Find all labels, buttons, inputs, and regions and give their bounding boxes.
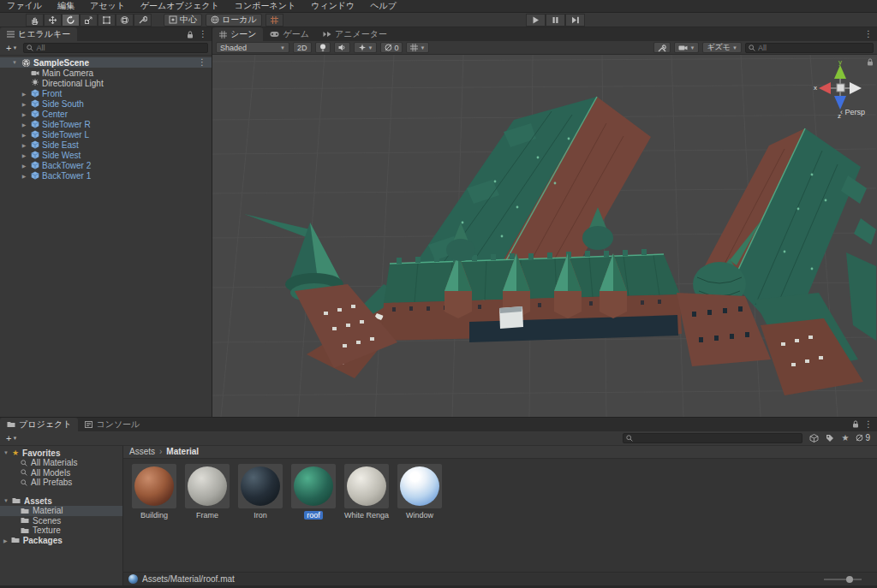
hierarchy-item-prefab[interactable]: ▶ BackTower 2 (0, 160, 212, 170)
asset-material-roof[interactable]: roof (289, 464, 337, 520)
expand-arrow-icon[interactable]: ▶ (20, 142, 28, 148)
collapse-arrow-icon[interactable]: ▼ (10, 60, 19, 65)
menu-file[interactable]: ファイル (7, 0, 42, 12)
project-search[interactable] (623, 433, 802, 443)
transform-tool-button[interactable] (116, 14, 134, 27)
scene-camera-dropdown[interactable]: ▼ (674, 42, 699, 53)
hierarchy-item-prefab[interactable]: ▶ SideTower L (0, 129, 212, 140)
create-button[interactable]: +▼ (3, 43, 20, 53)
tree-folder-material[interactable]: Material (0, 506, 122, 516)
panel-menu-icon[interactable]: ⋮ (864, 30, 873, 39)
scale-tool-button[interactable] (80, 14, 98, 27)
expand-arrow-icon[interactable]: ▶ (20, 132, 28, 138)
lock-icon[interactable] (867, 58, 874, 66)
thumbnail-size-slider[interactable] (824, 579, 862, 580)
hierarchy-item-prefab[interactable]: ▶ Center (0, 109, 212, 119)
hidden-objects-toggle[interactable]: 0 (380, 42, 403, 53)
tab-project[interactable]: プロジェクト (0, 418, 78, 431)
hierarchy-item[interactable]: Directional Light (0, 78, 212, 88)
package-icon[interactable] (809, 434, 819, 442)
tab-animator[interactable]: アニメーター (316, 27, 394, 41)
scene-audio-toggle[interactable] (334, 42, 350, 53)
axis-x-cone[interactable] (819, 82, 831, 94)
play-button[interactable] (526, 14, 546, 27)
menu-assets[interactable]: アセット (90, 0, 125, 12)
menu-window[interactable]: ウィンドウ (311, 0, 355, 12)
menu-help[interactable]: ヘルプ (370, 0, 397, 12)
tree-folder-texture[interactable]: Texture (0, 526, 122, 536)
step-button[interactable] (565, 14, 585, 27)
rotate-tool-button[interactable] (62, 14, 80, 27)
hierarchy-search-input[interactable] (36, 44, 205, 52)
shading-mode-dropdown[interactable]: Shaded▼ (216, 42, 289, 53)
gizmos-dropdown[interactable]: ギズモ▼ (702, 42, 742, 53)
hierarchy-item-prefab[interactable]: ▶ Side South (0, 98, 212, 109)
expand-arrow-icon[interactable]: ▶ (20, 91, 28, 97)
lock-icon[interactable] (187, 31, 194, 39)
expand-arrow-icon[interactable]: ▶ (20, 173, 28, 179)
hierarchy-item[interactable]: Main Camera (0, 68, 212, 78)
lock-icon[interactable] (852, 420, 859, 428)
project-search-input[interactable] (635, 434, 799, 442)
panel-menu-icon[interactable]: ⋮ (864, 420, 873, 429)
axis-y-cone[interactable] (834, 65, 846, 79)
tree-favorites[interactable]: ▼ ★ Favorites (0, 448, 122, 459)
toggle-2d-button[interactable]: 2D (293, 42, 312, 53)
hand-tool-button[interactable] (26, 14, 44, 27)
scene-options-icon[interactable]: ⋮ (198, 58, 206, 67)
asset-material-building[interactable]: Building (130, 464, 178, 520)
scene-search-input[interactable] (758, 44, 870, 52)
expand-arrow-icon[interactable]: ▶ (20, 152, 28, 158)
rect-tool-button[interactable] (98, 14, 116, 27)
axis-back-cone[interactable] (850, 82, 862, 94)
create-asset-button[interactable]: +▼ (3, 433, 20, 443)
asset-material-frame[interactable]: Frame (183, 464, 231, 520)
orientation-mode-button[interactable]: ローカル (206, 14, 262, 27)
projection-label[interactable]: ‹ Persp (840, 108, 865, 116)
menu-component[interactable]: コンポーネント (235, 0, 295, 12)
scene-lighting-toggle[interactable] (315, 42, 331, 53)
tree-assets[interactable]: ▼ Assets (0, 496, 122, 507)
axis-center-cube[interactable] (837, 84, 844, 92)
breadcrumb-root[interactable]: Assets (129, 447, 155, 456)
hierarchy-item-prefab[interactable]: ▶ Side West (0, 150, 212, 160)
expand-arrow-icon[interactable]: ▶ (20, 122, 28, 128)
asset-material-iron[interactable]: Iron (236, 464, 284, 520)
menu-gameobject[interactable]: ゲームオブジェクト (140, 0, 219, 12)
pivot-mode-button[interactable]: 中心 (164, 14, 202, 27)
expand-arrow-icon[interactable]: ▶ (20, 111, 28, 117)
custom-tool-button[interactable] (134, 14, 152, 27)
slider-knob[interactable] (846, 576, 853, 583)
grid-snap-button[interactable] (265, 14, 283, 27)
scene-search[interactable] (745, 43, 874, 53)
panel-menu-icon[interactable]: ⋮ (199, 30, 207, 39)
tab-game[interactable]: ゲーム (263, 27, 315, 41)
move-tool-button[interactable] (44, 14, 62, 27)
hidden-count-toggle[interactable]: 9 (856, 433, 870, 442)
tab-scene[interactable]: シーン (212, 27, 263, 41)
asset-material-white-renga[interactable]: White Renga (343, 464, 391, 520)
hierarchy-item-prefab[interactable]: ▶ BackTower 1 (0, 170, 212, 181)
scene-tool-settings-button[interactable] (653, 42, 671, 53)
hierarchy-search[interactable] (23, 43, 208, 53)
scene-effects-dropdown[interactable]: ▼ (354, 42, 378, 53)
label-tag-icon[interactable] (826, 434, 834, 442)
hierarchy-item-prefab[interactable]: ▶ Front (0, 88, 212, 98)
expand-arrow-icon[interactable]: ▶ (20, 101, 28, 107)
hierarchy-item-prefab[interactable]: ▶ SideTower R (0, 119, 212, 129)
tree-packages[interactable]: ▶ Packages (0, 536, 122, 546)
tree-all-prefabs[interactable]: All Prefabs (0, 478, 122, 488)
hierarchy-item-scene[interactable]: ▼ SampleScene ⋮ (0, 57, 212, 68)
favorite-star-icon[interactable]: ★ (841, 433, 849, 442)
hierarchy-item-prefab[interactable]: ▶ Side East (0, 140, 212, 150)
pause-button[interactable] (546, 14, 565, 27)
menu-edit[interactable]: 編集 (57, 0, 75, 12)
breadcrumb-current[interactable]: Material (166, 447, 199, 456)
expand-arrow-icon[interactable]: ▶ (20, 163, 28, 169)
tree-all-materials[interactable]: All Materials (0, 458, 122, 468)
tab-console[interactable]: コンソール (78, 418, 146, 431)
grid-visibility-dropdown[interactable]: ▼ (406, 42, 429, 53)
tab-hierarchy[interactable]: ヒエラルキー (0, 27, 77, 41)
scene-viewport[interactable]: y x z ‹ Persp (212, 55, 877, 417)
tree-folder-scenes[interactable]: Scenes (0, 516, 122, 526)
